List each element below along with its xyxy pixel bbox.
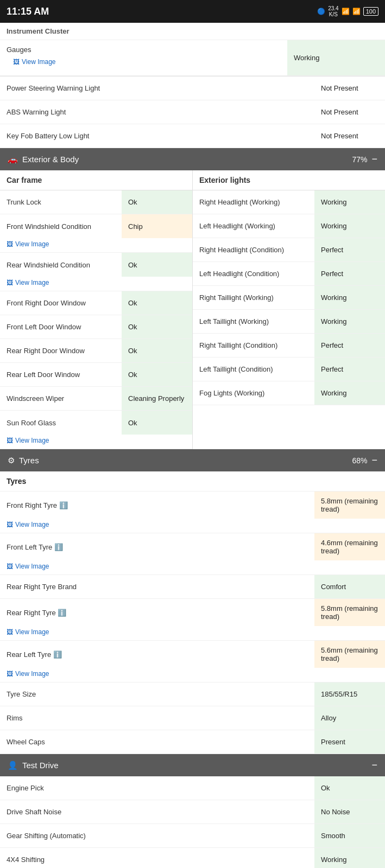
row-value: Smooth	[314, 824, 385, 847]
view-image-link[interactable]: 🖼 View Image	[0, 668, 385, 682]
row-value: Not Present	[314, 100, 385, 124]
warning-row: Power Steering Warning Light Not Present	[0, 76, 385, 100]
row-value: Working	[314, 286, 385, 309]
tyre-row: Front Left Tyre ℹ️ 4.6mm (remaining trea…	[0, 533, 385, 575]
row-label: ABS Warning Light	[0, 100, 314, 124]
view-image-link[interactable]: 🖼 View Image	[0, 238, 192, 252]
car-frame-row: Trunk Lock Ok	[0, 190, 192, 214]
test-drive-row: Gear Shifting (Automatic) Smooth	[0, 824, 385, 848]
exterior-body-header: 🚗 Exterior & Body 77% −	[0, 148, 385, 170]
exterior-lights-row: Left Headlight (Working) Working	[193, 214, 385, 238]
car-frame-header: Car frame	[0, 170, 192, 190]
tyre-row: Wheel Caps Present	[0, 730, 385, 754]
exterior-lights-row: Left Taillight (Working) Working	[193, 310, 385, 334]
row-label: 4X4 Shifting	[0, 848, 314, 868]
tyre-row: Rear Right Tyre ℹ️ 5.8mm (remaining trea…	[0, 599, 385, 641]
car-frame-row: Rear Right Door Window Ok	[0, 339, 192, 363]
row-label: Front Left Door Window	[0, 315, 122, 339]
exterior-lights-row: Left Headlight (Condition) Perfect	[193, 262, 385, 286]
view-image-link[interactable]: 🖼 View Image	[0, 626, 385, 640]
exterior-layout: Car frame Trunk Lock Ok Front Windshield…	[0, 170, 385, 449]
tyres-sub-header: Tyres	[0, 471, 385, 492]
image-icon: 🖼	[13, 58, 20, 66]
exterior-lights-row: Left Taillight (Condition) Perfect	[193, 358, 385, 381]
warning-row: Key Fob Battery Low Light Not Present	[0, 124, 385, 148]
exterior-body-content: Car frame Trunk Lock Ok Front Windshield…	[0, 170, 385, 449]
row-value: 5.6mm (remaining tread)	[314, 641, 385, 668]
row-value: Cleaning Properly	[122, 387, 192, 410]
view-image-link[interactable]: 🖼 View Image	[0, 519, 385, 533]
row-value: Chip	[122, 214, 192, 238]
row-value: 5.8mm (remaining tread)	[314, 492, 385, 519]
gauges-value: Working	[287, 40, 385, 75]
row-value: Working	[314, 190, 385, 214]
exterior-lights-row: Fog Lights (Working) Working	[193, 381, 385, 405]
row-label: Rear Right Door Window	[0, 339, 122, 362]
image-icon: 🖼	[7, 437, 13, 444]
row-value: Ok	[122, 315, 192, 339]
car-icon: 🚗	[8, 155, 18, 164]
row-label: Right Taillight (Condition)	[193, 334, 314, 357]
row-value: Perfect	[314, 358, 385, 381]
row-value: Working	[314, 310, 385, 333]
car-frame-row: Rear Left Door Window Ok	[0, 363, 192, 387]
row-label: Sun Roof Glass	[0, 411, 122, 435]
image-icon: 🖼	[7, 628, 13, 636]
exterior-lights-header: Exterior lights	[193, 170, 385, 190]
row-label: Right Taillight (Working)	[193, 286, 314, 309]
row-value: Perfect	[314, 334, 385, 357]
warning-row: ABS Warning Light Not Present	[0, 100, 385, 124]
row-value: Working	[314, 214, 385, 238]
row-value: Not Present	[314, 124, 385, 148]
gauges-view-image[interactable]: 🖼 View Image	[7, 56, 281, 70]
row-value: Ok	[122, 291, 192, 315]
exterior-body-title: Exterior & Body	[22, 155, 79, 164]
row-label: Right Headlight (Working)	[193, 190, 314, 214]
gauges-label: Gauges	[7, 46, 281, 54]
exterior-body-collapse[interactable]: −	[371, 154, 377, 165]
tyre-row: Front Right Tyre ℹ️ 5.8mm (remaining tre…	[0, 492, 385, 533]
test-drive-row: Engine Pick Ok	[0, 776, 385, 800]
row-label: Rear Left Door Window	[0, 363, 122, 386]
row-label: Front Left Tyre ℹ️	[0, 533, 314, 560]
row-value: Ok	[122, 253, 192, 277]
row-label: Engine Pick	[0, 776, 314, 800]
row-label: Rear Windshield Condition	[0, 253, 122, 277]
row-label: Rear Right Tyre ℹ️	[0, 599, 314, 626]
status-time: 11:15 AM	[7, 6, 49, 17]
exterior-body-percentage: 77%	[352, 155, 367, 164]
tyre-row: Rear Right Tyre Brand Comfort	[0, 575, 385, 599]
row-label: Left Headlight (Condition)	[193, 262, 314, 285]
row-label: Front Right Door Window	[0, 291, 122, 315]
car-frame-col: Car frame Trunk Lock Ok Front Windshield…	[0, 170, 193, 449]
tyres-percentage: 68%	[352, 456, 367, 465]
row-value: Working	[314, 381, 385, 405]
instrument-cluster-section: Instrument Cluster Gauges 🖼 View Image W…	[0, 23, 385, 76]
row-value: 5.8mm (remaining tread)	[314, 599, 385, 626]
row-value: 4.6mm (remaining tread)	[314, 533, 385, 560]
warning-lights-section: Power Steering Warning Light Not Present…	[0, 76, 385, 148]
gauges-label-area: Gauges 🖼 View Image	[0, 40, 287, 75]
row-value: Working	[314, 848, 385, 868]
image-icon: 🖼	[7, 563, 13, 570]
row-value: Ok	[314, 776, 385, 800]
wifi-icon: 📶	[342, 8, 350, 15]
row-value: Perfect	[314, 238, 385, 261]
row-value: 185/55/R15	[314, 682, 385, 706]
exterior-lights-row: Right Taillight (Working) Working	[193, 286, 385, 310]
row-label: Right Headlight (Condition)	[193, 238, 314, 261]
view-image-link[interactable]: 🖼 View Image	[0, 435, 192, 449]
row-value: No Noise	[314, 800, 385, 824]
tyres-title: Tyres	[19, 456, 39, 465]
car-frame-row: Sun Roof Glass Ok 🖼 View Image	[0, 411, 192, 449]
car-frame-row: Front Windshield Condition Chip 🖼 View I…	[0, 214, 192, 253]
view-image-link[interactable]: 🖼 View Image	[0, 560, 385, 575]
row-label: Rear Right Tyre Brand	[0, 575, 314, 598]
row-value: Ok	[122, 411, 192, 435]
row-value: Ok	[122, 339, 192, 362]
test-drive-collapse[interactable]: −	[371, 760, 377, 771]
tyres-collapse[interactable]: −	[371, 455, 377, 466]
view-image-link[interactable]: 🖼 View Image	[0, 277, 192, 291]
row-value: Perfect	[314, 262, 385, 285]
tyre-row: Rear Left Tyre ℹ️ 5.6mm (remaining tread…	[0, 641, 385, 682]
